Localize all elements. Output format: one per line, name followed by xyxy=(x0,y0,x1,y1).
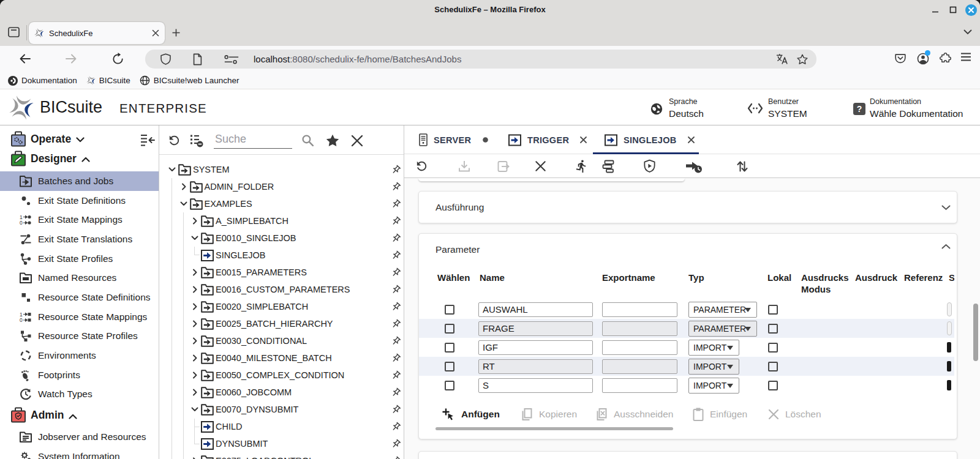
tab-close-button[interactable] xyxy=(152,29,159,37)
tree-node-e0030_conditional[interactable]: E0030_CONDITIONAL xyxy=(159,332,404,349)
tree-node-e0015_parameters[interactable]: E0015_PARAMETERS xyxy=(159,264,404,281)
expand-toggle[interactable] xyxy=(190,285,199,294)
menu-button[interactable] xyxy=(960,52,971,62)
tree-node-system[interactable]: SYSTEM xyxy=(159,161,404,178)
pin-button[interactable] xyxy=(391,267,401,278)
expand-toggle[interactable] xyxy=(190,354,199,362)
expand-toggle[interactable] xyxy=(190,217,199,225)
language-value[interactable]: Deutsch xyxy=(669,108,704,119)
tree-collapse-all-button[interactable] xyxy=(189,133,205,148)
tab-trigger[interactable]: TRIGGER xyxy=(508,125,587,154)
param-name-input[interactable] xyxy=(478,321,593,336)
pin-button[interactable] xyxy=(391,199,401,209)
tree-node-e0040_milestone_batch[interactable]: E0040_MILESTONE_BATCH xyxy=(159,349,404,367)
sidebar-item-exit-state-translations[interactable]: Exit State Translations xyxy=(0,230,159,249)
bookmark-star-button[interactable] xyxy=(796,53,809,65)
list-all-tabs-button[interactable] xyxy=(963,29,972,35)
detail-undo-button[interactable] xyxy=(415,159,429,173)
row-lokal-checkbox[interactable] xyxy=(768,305,778,315)
detail-export-button[interactable] xyxy=(496,159,511,174)
expand-toggle[interactable] xyxy=(190,302,199,311)
expand-toggle[interactable] xyxy=(190,234,199,242)
sidebar-item-exit-state-mappings[interactable]: 10 Exit State Mappings xyxy=(0,210,159,230)
sidebar-item-batches-and-jobs[interactable]: Batches and Jobs xyxy=(0,171,159,191)
row-lokal-checkbox[interactable] xyxy=(768,343,778,353)
anfuegen-button[interactable]: Anfügen xyxy=(441,403,500,425)
param-export-input[interactable] xyxy=(602,340,677,355)
param-typ-select[interactable]: IMPORT xyxy=(688,378,739,394)
tab-singlejob[interactable]: SINGLEJOB xyxy=(605,125,695,154)
pin-button[interactable] xyxy=(391,165,401,175)
tree-node-dynsubmit[interactable]: DYNSUBMIT xyxy=(159,435,404,452)
param-export-input[interactable] xyxy=(602,321,677,336)
row-select-checkbox[interactable] xyxy=(445,362,454,371)
pin-button[interactable] xyxy=(391,319,401,329)
sidebar-item-watch-types[interactable]: Watch Types xyxy=(0,385,159,405)
param-typ-select[interactable]: PARAMETER xyxy=(688,321,757,337)
pin-button[interactable] xyxy=(391,233,401,244)
docs-value[interactable]: Wähle Dokumentation xyxy=(870,108,963,119)
extensions-button[interactable] xyxy=(939,52,952,65)
param-export-input[interactable] xyxy=(602,302,677,317)
tree-node-a_simplebatch[interactable]: A_SIMPLEBATCH xyxy=(159,212,404,230)
sidebar-section-designer[interactable]: Designer xyxy=(0,149,159,168)
sidebar-item-resource-state-definitions[interactable]: Resource State Definitions xyxy=(0,288,159,307)
user-value[interactable]: SYSTEM xyxy=(768,108,807,119)
pin-button[interactable] xyxy=(391,285,401,295)
tab-close-icon[interactable] xyxy=(687,136,695,144)
tree-node-examples[interactable]: EXAMPLES xyxy=(159,195,404,212)
detail-shield-run-button[interactable] xyxy=(643,159,657,173)
pin-button[interactable] xyxy=(391,456,401,459)
param-export-input[interactable] xyxy=(602,359,677,374)
pin-button[interactable] xyxy=(391,353,401,364)
row-select-checkbox[interactable] xyxy=(445,324,454,334)
tree-node-child[interactable]: CHILD xyxy=(159,418,404,435)
firefox-view-button[interactable] xyxy=(7,26,20,39)
tree-search-button[interactable] xyxy=(300,133,315,148)
param-name-input[interactable] xyxy=(478,340,593,355)
einfuegen-button[interactable]: Einfügen xyxy=(692,403,747,425)
row-lokal-checkbox[interactable] xyxy=(768,324,778,334)
row-lokal-checkbox[interactable] xyxy=(768,381,778,390)
detail-sort-button[interactable] xyxy=(735,159,750,174)
sidebar-section-operate[interactable]: Operate xyxy=(0,129,159,149)
tree-node-e0025_batch_hierarchy[interactable]: E0025_BATCH_HIERARCHY xyxy=(159,315,404,332)
sidebar-item-system-information[interactable]: System Information xyxy=(0,447,159,459)
url-text[interactable]: localhost:8080/schedulix-fe/home/Batches… xyxy=(254,54,775,64)
tree-node-e0016_custom_parameters[interactable]: E0016_CUSTOM_PARAMETERS xyxy=(159,281,404,298)
browser-tab[interactable]: SchedulixFe xyxy=(29,22,165,44)
pin-button[interactable] xyxy=(391,439,401,449)
reload-button[interactable] xyxy=(111,52,125,66)
loeschen-button[interactable]: Löschen xyxy=(767,403,821,425)
permissions-icon[interactable] xyxy=(224,54,239,65)
expand-toggle[interactable] xyxy=(168,165,176,174)
tree-clear-button[interactable] xyxy=(350,133,364,148)
window-close-button[interactable] xyxy=(963,0,978,20)
new-tab-button[interactable] xyxy=(172,29,180,37)
forward-button[interactable] xyxy=(64,52,78,65)
tree-node-e0050_complex_condition[interactable]: E0050_COMPLEX_CONDITION xyxy=(159,367,404,384)
vertical-scrollbar[interactable] xyxy=(973,304,978,361)
expand-toggle[interactable] xyxy=(190,268,199,277)
detail-save-button[interactable] xyxy=(457,159,472,174)
param-name-input[interactable] xyxy=(478,302,593,317)
param-name-input[interactable] xyxy=(478,378,593,393)
pin-button[interactable] xyxy=(391,422,401,432)
row-select-checkbox[interactable] xyxy=(445,343,454,353)
tab-server[interactable]: SERVER xyxy=(419,125,488,154)
sidebar-item-resource-state-profiles[interactable]: Resource State Profiles xyxy=(0,327,159,346)
page-info-icon[interactable] xyxy=(192,53,203,65)
sidebar-item-jobserver-and-resources[interactable]: Jobserver and Resources xyxy=(0,427,159,447)
url-bar[interactable]: localhost:8080/schedulix-fe/home/Batches… xyxy=(145,50,816,69)
expand-toggle[interactable] xyxy=(190,405,199,414)
sidebar-item-footprints[interactable]: Footprints xyxy=(0,365,159,385)
detail-hierarchy-button[interactable] xyxy=(601,159,617,174)
sidebar-item-named-resources[interactable]: Named Resources xyxy=(0,268,159,288)
pocket-button[interactable] xyxy=(894,52,907,65)
expand-toggle[interactable] xyxy=(190,388,199,397)
sidebar-item-resource-state-mappings[interactable]: 10 Resource State Mappings xyxy=(0,307,159,327)
param-typ-select[interactable]: PARAMETER xyxy=(688,302,757,318)
param-name-input[interactable] xyxy=(478,359,593,374)
sidebar-section-admin[interactable]: Admin xyxy=(0,406,159,425)
pin-button[interactable] xyxy=(391,387,401,398)
